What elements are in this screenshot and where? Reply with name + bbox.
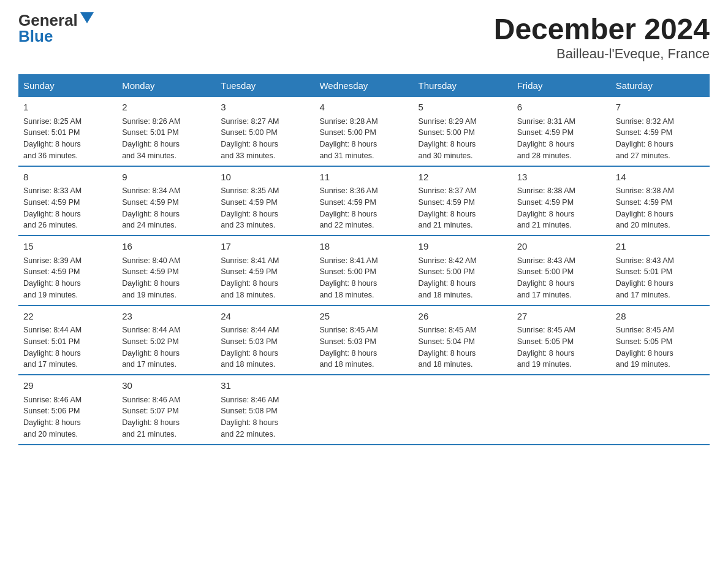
daylight-info: Daylight: 8 hoursand 26 minutes. bbox=[23, 209, 112, 232]
sunrise-info: Sunrise: 8:44 AM bbox=[23, 324, 112, 336]
sunrise-info: Sunrise: 8:33 AM bbox=[23, 185, 112, 197]
daylight-info: Daylight: 8 hoursand 34 minutes. bbox=[122, 139, 211, 162]
table-row: 9Sunrise: 8:34 AMSunset: 4:59 PMDaylight… bbox=[117, 166, 216, 236]
table-row: 27Sunrise: 8:45 AMSunset: 5:05 PMDayligh… bbox=[512, 305, 611, 375]
sunrise-info: Sunrise: 8:44 AM bbox=[221, 324, 309, 336]
daylight-info: Daylight: 8 hoursand 27 minutes. bbox=[616, 139, 705, 162]
sunrise-info: Sunrise: 8:26 AM bbox=[122, 116, 211, 128]
sunrise-info: Sunrise: 8:39 AM bbox=[23, 255, 112, 267]
day-number: 23 bbox=[122, 310, 211, 324]
sunrise-info: Sunrise: 8:42 AM bbox=[419, 255, 507, 267]
sunset-info: Sunset: 5:00 PM bbox=[419, 266, 507, 278]
sunset-info: Sunset: 4:59 PM bbox=[122, 266, 211, 278]
daylight-info: Daylight: 8 hoursand 23 minutes. bbox=[221, 209, 309, 232]
col-header-monday: Monday bbox=[117, 74, 216, 97]
daylight-info: Daylight: 8 hoursand 18 minutes. bbox=[419, 278, 507, 301]
day-number: 12 bbox=[419, 170, 507, 185]
sunset-info: Sunset: 5:00 PM bbox=[319, 266, 408, 278]
logo-general-text: General bbox=[18, 12, 78, 28]
sunrise-info: Sunrise: 8:27 AM bbox=[221, 116, 309, 128]
daylight-info: Daylight: 8 hoursand 19 minutes. bbox=[122, 278, 211, 301]
sunset-info: Sunset: 5:07 PM bbox=[122, 405, 211, 417]
table-row: 31Sunrise: 8:46 AMSunset: 5:08 PMDayligh… bbox=[216, 375, 314, 445]
daylight-info: Daylight: 8 hoursand 20 minutes. bbox=[23, 417, 112, 440]
table-row: 20Sunrise: 8:43 AMSunset: 5:00 PMDayligh… bbox=[512, 236, 611, 305]
sunrise-info: Sunrise: 8:36 AM bbox=[319, 185, 408, 197]
sunrise-info: Sunrise: 8:43 AM bbox=[517, 255, 606, 267]
daylight-info: Daylight: 8 hoursand 24 minutes. bbox=[122, 209, 211, 232]
table-row: 18Sunrise: 8:41 AMSunset: 5:00 PMDayligh… bbox=[314, 236, 413, 305]
table-row: 10Sunrise: 8:35 AMSunset: 4:59 PMDayligh… bbox=[216, 166, 314, 236]
table-row: 16Sunrise: 8:40 AMSunset: 4:59 PMDayligh… bbox=[117, 236, 216, 305]
day-number: 15 bbox=[23, 240, 112, 254]
day-number: 25 bbox=[319, 310, 408, 324]
table-row: 6Sunrise: 8:31 AMSunset: 4:59 PMDaylight… bbox=[512, 97, 611, 166]
table-row: 8Sunrise: 8:33 AMSunset: 4:59 PMDaylight… bbox=[18, 166, 117, 236]
sunset-info: Sunset: 5:00 PM bbox=[419, 127, 507, 139]
day-number: 18 bbox=[319, 240, 408, 254]
sunset-info: Sunset: 5:00 PM bbox=[517, 266, 606, 278]
daylight-info: Daylight: 8 hoursand 21 minutes. bbox=[419, 209, 507, 232]
daylight-info: Daylight: 8 hoursand 30 minutes. bbox=[419, 139, 507, 162]
table-row: 13Sunrise: 8:38 AMSunset: 4:59 PMDayligh… bbox=[512, 166, 611, 236]
logo-arrow-icon bbox=[80, 12, 94, 23]
table-row: 25Sunrise: 8:45 AMSunset: 5:03 PMDayligh… bbox=[314, 305, 413, 375]
day-number: 2 bbox=[122, 101, 211, 115]
sunset-info: Sunset: 4:59 PM bbox=[221, 197, 309, 209]
logo: General Blue bbox=[18, 12, 94, 44]
sunrise-info: Sunrise: 8:37 AM bbox=[419, 185, 507, 197]
day-number: 24 bbox=[221, 310, 309, 324]
table-row: 28Sunrise: 8:45 AMSunset: 5:05 PMDayligh… bbox=[611, 305, 710, 375]
sunset-info: Sunset: 5:05 PM bbox=[616, 336, 705, 348]
daylight-info: Daylight: 8 hoursand 22 minutes. bbox=[221, 417, 309, 440]
sunset-info: Sunset: 5:06 PM bbox=[23, 405, 112, 417]
day-number: 20 bbox=[517, 240, 606, 254]
table-row: 7Sunrise: 8:32 AMSunset: 4:59 PMDaylight… bbox=[611, 97, 710, 166]
daylight-info: Daylight: 8 hoursand 17 minutes. bbox=[23, 348, 112, 371]
table-row: 23Sunrise: 8:44 AMSunset: 5:02 PMDayligh… bbox=[117, 305, 216, 375]
day-number: 11 bbox=[319, 170, 408, 185]
calendar-week-row: 8Sunrise: 8:33 AMSunset: 4:59 PMDaylight… bbox=[18, 166, 710, 236]
sunset-info: Sunset: 4:59 PM bbox=[319, 197, 408, 209]
day-number: 4 bbox=[319, 101, 408, 115]
day-number: 16 bbox=[122, 240, 211, 254]
svg-marker-0 bbox=[80, 12, 94, 23]
sunset-info: Sunset: 5:00 PM bbox=[319, 127, 408, 139]
location-label: Bailleau-l'Eveque, France bbox=[494, 46, 710, 62]
sunrise-info: Sunrise: 8:38 AM bbox=[517, 185, 606, 197]
calendar-header-row: Sunday Monday Tuesday Wednesday Thursday… bbox=[18, 74, 710, 97]
sunset-info: Sunset: 5:00 PM bbox=[221, 127, 309, 139]
sunrise-info: Sunrise: 8:38 AM bbox=[616, 185, 705, 197]
day-number: 5 bbox=[419, 101, 507, 115]
table-row: 11Sunrise: 8:36 AMSunset: 4:59 PMDayligh… bbox=[314, 166, 413, 236]
sunset-info: Sunset: 5:01 PM bbox=[616, 266, 705, 278]
col-header-tuesday: Tuesday bbox=[216, 74, 314, 97]
calendar-table: Sunday Monday Tuesday Wednesday Thursday… bbox=[18, 74, 710, 445]
daylight-info: Daylight: 8 hoursand 33 minutes. bbox=[221, 139, 309, 162]
table-row: 1Sunrise: 8:25 AMSunset: 5:01 PMDaylight… bbox=[18, 97, 117, 166]
daylight-info: Daylight: 8 hoursand 36 minutes. bbox=[23, 139, 112, 162]
daylight-info: Daylight: 8 hoursand 21 minutes. bbox=[517, 209, 606, 232]
daylight-info: Daylight: 8 hoursand 17 minutes. bbox=[517, 278, 606, 301]
day-number: 31 bbox=[221, 379, 309, 393]
day-number: 6 bbox=[517, 101, 606, 115]
sunrise-info: Sunrise: 8:25 AM bbox=[23, 116, 112, 128]
day-number: 17 bbox=[221, 240, 309, 254]
daylight-info: Daylight: 8 hoursand 19 minutes. bbox=[23, 278, 112, 301]
sunrise-info: Sunrise: 8:45 AM bbox=[319, 324, 408, 336]
daylight-info: Daylight: 8 hoursand 19 minutes. bbox=[517, 348, 606, 371]
day-number: 21 bbox=[616, 240, 705, 254]
table-row: 24Sunrise: 8:44 AMSunset: 5:03 PMDayligh… bbox=[216, 305, 314, 375]
table-row: 29Sunrise: 8:46 AMSunset: 5:06 PMDayligh… bbox=[18, 375, 117, 445]
day-number: 1 bbox=[23, 101, 112, 115]
daylight-info: Daylight: 8 hoursand 18 minutes. bbox=[419, 348, 507, 371]
sunrise-info: Sunrise: 8:28 AM bbox=[319, 116, 408, 128]
table-row: 2Sunrise: 8:26 AMSunset: 5:01 PMDaylight… bbox=[117, 97, 216, 166]
day-number: 10 bbox=[221, 170, 309, 185]
page-header: General Blue December 2024 Bailleau-l'Ev… bbox=[18, 12, 710, 62]
table-row bbox=[414, 375, 512, 445]
sunset-info: Sunset: 4:59 PM bbox=[419, 197, 507, 209]
sunrise-info: Sunrise: 8:31 AM bbox=[517, 116, 606, 128]
sunrise-info: Sunrise: 8:40 AM bbox=[122, 255, 211, 267]
sunrise-info: Sunrise: 8:44 AM bbox=[122, 324, 211, 336]
